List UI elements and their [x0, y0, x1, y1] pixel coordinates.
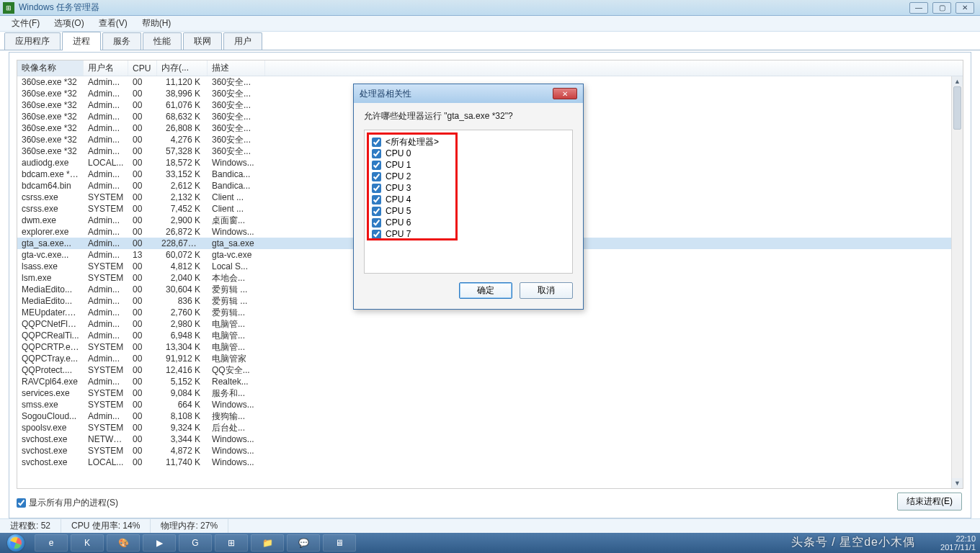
scroll-thumb[interactable]: [953, 86, 961, 130]
menu-item[interactable]: 查看(V): [92, 16, 135, 31]
cpu-checkbox-input[interactable]: [372, 184, 381, 193]
show-all-users-input[interactable]: [17, 498, 26, 508]
cell: 00: [128, 100, 157, 110]
table-row[interactable]: svchost.exeSYSTEM004,872 KWindows...: [17, 445, 951, 457]
cell: 664 K: [157, 400, 208, 410]
close-button[interactable]: ✕: [956, 2, 974, 14]
table-row[interactable]: svchost.exeNETWO...003,344 KWindows...: [17, 433, 951, 445]
taskbar-icon[interactable]: 🖥: [323, 534, 356, 552]
cell: 00: [128, 273, 157, 283]
tab-用户[interactable]: 用户: [223, 32, 262, 50]
taskbar-icon[interactable]: 🎨: [107, 534, 140, 552]
table-row[interactable]: SogouCloud...Admin...008,108 K搜狗输...: [17, 410, 951, 422]
column-header[interactable]: 用户名: [84, 60, 128, 76]
cpu-checkbox[interactable]: CPU 5: [372, 205, 565, 217]
tab-服务[interactable]: 服务: [102, 32, 141, 50]
cpu-checkbox[interactable]: CPU 4: [372, 194, 565, 205]
cpu-checkbox[interactable]: CPU 1: [372, 159, 565, 171]
scroll-down-icon[interactable]: ▼: [952, 478, 963, 488]
table-row[interactable]: smss.exeSYSTEM00664 KWindows...: [17, 399, 951, 410]
show-all-users-checkbox[interactable]: 显示所有用户的进程(S): [17, 497, 118, 509]
taskbar-icons: eK🎨▶G⊞📁💬🖥: [35, 534, 356, 552]
minimize-button[interactable]: —: [909, 2, 928, 14]
table-row[interactable]: svchost.exeLOCAL...0011,740 KWindows...: [17, 457, 951, 468]
cpu-checkbox[interactable]: CPU 0: [372, 148, 565, 159]
table-row[interactable]: QQPCRealTi...Admin...006,948 K电脑管...: [17, 330, 951, 341]
taskbar-icon[interactable]: e: [35, 534, 68, 552]
cell: Windows...: [208, 446, 265, 456]
vertical-scrollbar[interactable]: ▲ ▼: [951, 76, 963, 488]
taskbar-icon[interactable]: ▶: [143, 534, 176, 552]
taskbar-icon[interactable]: 📁: [251, 534, 284, 552]
cancel-button[interactable]: 取消: [520, 282, 573, 299]
cell: 00: [128, 112, 157, 122]
maximize-button[interactable]: ▢: [932, 2, 951, 14]
cell: 00: [128, 135, 157, 145]
cell: 2,760 K: [157, 307, 208, 318]
cell: 电脑管...: [208, 318, 265, 331]
ok-button[interactable]: 确定: [459, 282, 512, 299]
tab-性能[interactable]: 性能: [143, 32, 182, 50]
scroll-up-icon[interactable]: ▲: [952, 76, 963, 86]
table-row[interactable]: QQPCNetFlo...Admin...002,980 K电脑管...: [17, 318, 951, 330]
menu-item[interactable]: 文件(F): [4, 16, 47, 31]
tab-联网[interactable]: 联网: [183, 32, 222, 50]
cpu-checkbox-input[interactable]: [372, 161, 381, 170]
cpu-checkbox[interactable]: CPU 3: [372, 182, 565, 194]
menu-item[interactable]: 选项(O): [47, 16, 91, 31]
cell: SYSTEM: [84, 273, 128, 283]
table-row[interactable]: QQProtect....SYSTEM0012,416 KQQ安全...: [17, 364, 951, 376]
taskbar-icon[interactable]: 💬: [287, 534, 320, 552]
cell: lsass.exe: [17, 261, 84, 271]
cpu-label: CPU 0: [386, 148, 411, 158]
cpu-checkbox[interactable]: CPU 6: [372, 217, 565, 228]
table-row[interactable]: QQPCTray.e...Admin...0091,912 K电脑管家: [17, 353, 951, 364]
cell: 服务和...: [208, 387, 265, 400]
tabstrip: 应用程序进程服务性能联网用户: [0, 33, 980, 50]
column-header[interactable]: 描述: [208, 60, 265, 76]
cpu-checkbox-input[interactable]: [372, 138, 381, 147]
taskbar-icon[interactable]: K: [71, 534, 104, 552]
taskbar-icon[interactable]: G: [179, 534, 212, 552]
end-process-button[interactable]: 结束进程(E): [897, 493, 962, 511]
cpu-checkbox-input[interactable]: [372, 218, 381, 228]
table-row[interactable]: QQPCRTP.ex...SYSTEM0013,304 K电脑管...: [17, 341, 951, 353]
cell: SYSTEM: [84, 423, 128, 433]
cpu-checkbox-input[interactable]: [372, 172, 381, 181]
cell: SYSTEM: [84, 365, 128, 375]
cpu-label: CPU 6: [386, 217, 411, 228]
table-row[interactable]: spoolsv.exeSYSTEM009,324 K后台处...: [17, 422, 951, 433]
dialog-close-button[interactable]: ✕: [553, 88, 577, 99]
cell: QQPCNetFlo...: [17, 319, 84, 329]
cell: 电脑管...: [208, 341, 265, 354]
cpu-checkbox[interactable]: CPU 2: [372, 171, 565, 182]
dialog-titlebar[interactable]: 处理器相关性 ✕: [354, 84, 583, 103]
cell: 00: [128, 307, 157, 318]
column-header[interactable]: 映像名称: [17, 60, 84, 76]
start-button[interactable]: [0, 533, 32, 553]
table-row[interactable]: RAVCpl64.exeAdmin...005,152 KRealtek...: [17, 376, 951, 387]
cell: MediaEdito...: [17, 284, 84, 295]
column-header[interactable]: 内存(...: [157, 60, 208, 76]
cpu-checkbox[interactable]: <所有处理器>: [372, 136, 565, 148]
system-tray[interactable]: 22:10 2017/11/1: [940, 534, 980, 552]
table-row[interactable]: services.exeSYSTEM009,084 K服务和...: [17, 387, 951, 399]
cpu-checkbox-input[interactable]: [372, 207, 381, 216]
cell: 00: [128, 261, 157, 271]
cell: 836 K: [157, 296, 208, 306]
cpu-checkbox-input[interactable]: [372, 230, 381, 239]
column-header[interactable]: CPU: [128, 60, 157, 76]
cpu-checkbox-input[interactable]: [372, 195, 381, 204]
taskbar: eK🎨▶G⊞📁💬🖥 头条号 / 星空de小木偶 22:10 2017/11/1: [0, 533, 980, 553]
cell: Admin...: [84, 89, 128, 99]
cell: Admin...: [84, 135, 128, 145]
tab-进程[interactable]: 进程: [62, 32, 101, 50]
cell: 爱剪辑 ...: [208, 284, 265, 296]
cell: 68,632 K: [157, 112, 208, 122]
cpu-checkbox-input[interactable]: [372, 149, 381, 158]
taskbar-icon[interactable]: ⊞: [215, 534, 248, 552]
tab-应用程序[interactable]: 应用程序: [4, 32, 61, 50]
cpu-checkbox[interactable]: CPU 7: [372, 228, 565, 240]
cell: Admin...: [84, 181, 128, 191]
menu-item[interactable]: 帮助(H): [135, 16, 179, 31]
